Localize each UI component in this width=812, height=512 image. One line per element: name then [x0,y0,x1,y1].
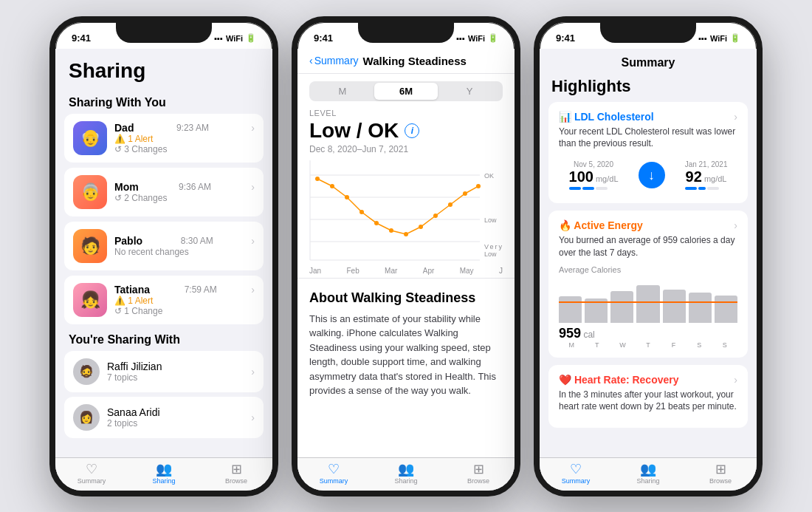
ldl-chevron: › [734,111,737,123]
cal-unit: cal [581,330,595,340]
active-energy-card[interactable]: 🔥 Active Energy › You burned an average … [548,211,748,358]
section-youre-sharing-with: You're Sharing With [55,329,272,351]
notch [358,22,454,43]
ldl-title-row: 📊 LDL Cholesterol › [559,111,737,123]
day-m: M [559,341,585,349]
x-label-feb: Feb [347,267,359,275]
wifi-icon: WiFi [710,34,727,43]
ldl-desc: Your recent LDL Cholesterol result was l… [559,126,737,151]
ldl-date1: Nov 5, 2020 [569,160,619,168]
wifi-icon: WiFi [468,34,485,43]
browse-icon-p2: ⊞ [473,462,484,476]
heart-rate-card[interactable]: ❤️ Heart Rate: Recovery › In the 3 minut… [548,365,748,429]
sharing-with-list: 🧔 Raffi Jilizian 7 topics › 👩 Sanaa Arid… [55,351,272,438]
tab-browse-phone2[interactable]: ⊞ Browse [442,462,515,485]
about-title: About Walking Steadiness [309,290,503,306]
contact-alert-dad: ⚠️ 1 Alert [114,134,255,144]
status-time: 9:41 [314,33,333,44]
avatar-dad: 👴 [73,121,107,155]
contact-card-mom[interactable]: 👵 Mom 9:36 AM › ↺ 2 Changes [64,168,264,216]
battery-icon: 🔋 [246,33,256,43]
calories-bar-chart [559,279,737,323]
status-time: 9:41 [72,33,91,44]
svg-point-13 [419,225,423,229]
cal-value: 959 [559,326,581,341]
ldl-val-after: Jan 21, 2021 92 mg/dL [685,160,728,190]
cal-day-labels: M T W T F S S [559,341,737,349]
segment-y[interactable]: Y [438,83,501,100]
back-button[interactable]: ‹ Summary [309,55,359,66]
phone1-content: Sharing Sharing With You 👴 Dad 9:23 AM ›… [55,49,272,457]
energy-title: 🔥 Active Energy [559,219,643,231]
tab-sharing-phone1[interactable]: 👥 Sharing [128,462,200,485]
contact-card-tatiana[interactable]: 👧 Tatiana 7:59 AM › ⚠️ 1 Alert ↺ 1 Chang… [64,276,264,324]
sw-name-sanaa: Sanaa Aridi [107,406,244,418]
tab-summary-label-p3: Summary [562,477,591,485]
ldl-down-arrow: ↓ [639,162,665,188]
tab-browse-phone3[interactable]: ⊞ Browse [684,462,757,485]
chevron-icon-dad: › [251,122,255,134]
tab-summary-phone2[interactable]: ♡ Summary [297,462,370,485]
back-label: Summary [314,55,359,66]
chevron-icon-pablo: › [251,235,255,247]
level-value: Low / OK i [297,119,515,143]
tab-bar-phone1: ♡ Summary 👥 Sharing ⊞ Browse [55,457,272,491]
hr-title: ❤️ Heart Rate: Recovery [559,374,679,386]
ldl-val-before: Nov 5, 2020 100 mg/dL [569,160,619,190]
segment-m[interactable]: M [311,83,374,100]
ldl-unit1: mg/dL [593,174,619,183]
tab-summary-phone1[interactable]: ♡ Summary [55,462,128,485]
svg-point-12 [404,232,408,236]
ldl-title: 📊 LDL Cholesterol [559,111,654,123]
page-title: Sharing [55,56,272,92]
sharing-with-sanaa[interactable]: 👩 Sanaa Aridi 2 topics › [64,397,264,438]
ldl-card[interactable]: 📊 LDL Cholesterol › Your recent LDL Chol… [548,102,748,204]
avatar-pablo: 🧑 [73,229,107,263]
notch [600,22,696,43]
chevron-icon-mom: › [251,181,255,193]
segment-6m[interactable]: 6M [374,83,438,100]
level-text: Low / OK [309,119,399,143]
avatar-raffi: 🧔 [73,358,100,385]
contact-changes-mom: ↺ 2 Changes [114,193,255,203]
summary-icon-p3: ♡ [570,462,582,476]
sharing-with-raffi[interactable]: 🧔 Raffi Jilizian 7 topics › [64,351,264,392]
phone-sharing: 9:41 ▪▪▪ WiFi 🔋 Sharing Sharing With You… [49,16,278,496]
svg-text:Low: Low [484,250,497,258]
contact-time-pablo: 8:30 AM [181,236,213,246]
ldl-bars2 [685,187,728,190]
svg-point-15 [448,202,453,207]
summary-page-header: Summary [540,49,757,74]
avatar-tatiana: 👧 [73,283,107,317]
summary-icon-p2: ♡ [328,462,340,476]
tab-sharing-phone3[interactable]: 👥 Sharing [612,462,684,485]
tab-browse-phone1[interactable]: ⊞ Browse [200,462,272,485]
chart-x-labels: Jan Feb Mar Apr May J [297,264,515,278]
info-button[interactable]: i [405,123,419,138]
avatar-mom: 👵 [73,175,107,209]
avg-calories-label: Average Calories [559,265,737,274]
back-chevron-icon: ‹ [309,55,313,66]
contact-card-pablo[interactable]: 🧑 Pablo 8:30 AM › No recent changes [64,222,264,270]
tab-bar-phone3: ♡ Summary 👥 Sharing ⊞ Browse [540,457,757,491]
status-icons: ▪▪▪ WiFi 🔋 [698,33,740,43]
svg-text:Very: Very [484,243,503,250]
tab-sharing-phone2[interactable]: 👥 Sharing [370,462,442,485]
status-time: 9:41 [556,33,575,44]
day-f: F [661,341,687,349]
highlights-title: Highlights [540,74,757,102]
x-label-j: J [499,267,503,275]
energy-title-row: 🔥 Active Energy › [559,219,737,231]
tab-summary-phone3[interactable]: ♡ Summary [540,462,612,485]
hr-desc: In the 3 minutes after your last workout… [559,389,737,414]
x-label-mar: Mar [385,267,397,275]
contact-card-dad[interactable]: 👴 Dad 9:23 AM › ⚠️ 1 Alert ↺ 3 Changes [64,114,264,163]
contact-time-dad: 9:23 AM [176,123,209,133]
walking-chart: OK Low Very Low [309,160,503,264]
day-th: T [636,341,661,349]
about-section: About Walking Steadiness This is an esti… [297,279,515,410]
energy-chevron: › [734,219,737,231]
signal-icon: ▪▪▪ [456,34,465,43]
sharing-icon-p2: 👥 [398,462,414,476]
browse-icon-p3: ⊞ [715,462,726,476]
